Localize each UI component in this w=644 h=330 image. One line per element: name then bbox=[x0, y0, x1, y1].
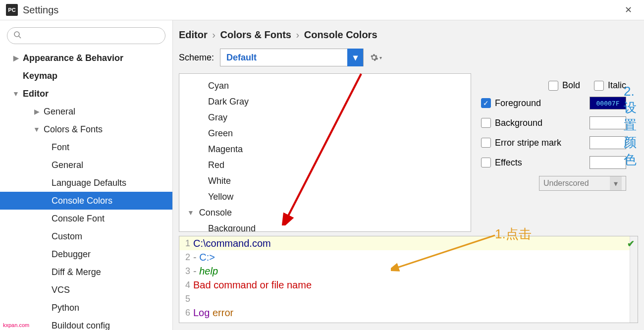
line-number: 2 bbox=[179, 252, 193, 263]
effects-label: Effects bbox=[495, 158, 522, 168]
tree-item[interactable]: ▶Diff & Merge bbox=[0, 263, 172, 281]
effects-select[interactable]: Underscored ▾ bbox=[539, 176, 626, 191]
tree-item-label: Python bbox=[52, 303, 79, 313]
tree-item[interactable]: ▼Editor bbox=[0, 85, 172, 103]
tree-item[interactable]: ▶Debugger bbox=[0, 245, 172, 263]
search-input[interactable] bbox=[24, 32, 159, 40]
chevron-down-icon: ▾ bbox=[379, 55, 382, 60]
tree-item-label: Appearance & Behavior bbox=[23, 53, 123, 63]
line-text: C:\command.com bbox=[193, 238, 271, 249]
bold-checkbox[interactable]: Bold bbox=[548, 80, 580, 91]
tree-item-label: General bbox=[52, 160, 83, 170]
search-input-wrap[interactable] bbox=[7, 27, 165, 44]
tree-item-label: Buildout config bbox=[52, 321, 110, 330]
tree-item[interactable]: ▶Python bbox=[0, 299, 172, 317]
body: ▶Appearance & Behavior▶Keymap▼Editor▶Gen… bbox=[0, 20, 644, 330]
foreground-swatch[interactable]: 00007F bbox=[590, 97, 626, 110]
tree-item-label: General bbox=[44, 107, 75, 117]
checkbox-icon bbox=[594, 81, 604, 91]
tree-item-label: Console Colors bbox=[52, 196, 112, 206]
tree-item[interactable]: ▶Appearance & Behavior bbox=[0, 49, 172, 67]
settings-window: PC Settings ✕ ▶Appearance & Behavior▶Key… bbox=[0, 0, 644, 330]
line-text: Bad command or file name bbox=[193, 279, 312, 291]
titlebar: PC Settings ✕ bbox=[0, 0, 644, 20]
breadcrumb-sep: › bbox=[212, 29, 215, 40]
tree-item[interactable]: ▼Colors & Fonts bbox=[0, 120, 172, 138]
list-item[interactable]: Red bbox=[179, 157, 471, 173]
tree-item[interactable]: ▶Keymap bbox=[0, 67, 172, 85]
scheme-select[interactable]: Default ▾ bbox=[220, 49, 364, 66]
scheme-value: Default bbox=[226, 53, 257, 63]
list-item[interactable]: Yellow bbox=[179, 189, 471, 205]
breadcrumb-1: Editor bbox=[179, 29, 208, 40]
app-icon: PC bbox=[6, 4, 18, 16]
tree-item-label: Font bbox=[52, 142, 69, 153]
close-button[interactable]: ✕ bbox=[618, 0, 638, 20]
chevron-down-icon: ▾ bbox=[610, 176, 622, 190]
tree-item-label: Diff & Merge bbox=[52, 267, 101, 277]
gear-icon[interactable]: ▾ bbox=[370, 53, 382, 62]
foreground-label: Foreground bbox=[495, 98, 541, 109]
chevron-down-icon: ▾ bbox=[347, 49, 363, 66]
list-item[interactable]: Cyan bbox=[179, 78, 471, 94]
tree-item[interactable]: ▶General bbox=[0, 156, 172, 174]
effects-checkbox[interactable]: Effects bbox=[481, 158, 522, 168]
breadcrumb: Editor › Colors & Fonts › Console Colors bbox=[173, 20, 644, 46]
chevron-right-icon: ▶ bbox=[12, 54, 20, 62]
list-item[interactable]: White bbox=[179, 173, 471, 189]
tree-item-label: Debugger bbox=[52, 249, 91, 260]
list-item[interactable]: Background bbox=[179, 220, 471, 232]
chevron-down-icon: ▼ bbox=[12, 90, 20, 98]
checkbox-icon bbox=[481, 158, 491, 167]
tree-item[interactable]: ▶General bbox=[0, 103, 172, 120]
tree-item[interactable]: ▶Language Defaults bbox=[0, 174, 172, 192]
tree-item-label: Custom bbox=[52, 231, 82, 242]
preview-line: 1C:\command.com bbox=[179, 236, 638, 250]
main-panel: Editor › Colors & Fonts › Console Colors… bbox=[172, 20, 644, 330]
tree-item[interactable]: ▶VCS bbox=[0, 281, 172, 299]
checkbox-icon bbox=[548, 81, 558, 91]
errorstripe-swatch[interactable] bbox=[590, 136, 626, 149]
check-icon: ✔ bbox=[627, 238, 635, 249]
errorstripe-checkbox[interactable]: Error stripe mark bbox=[481, 138, 561, 148]
line-text: - C:> bbox=[193, 252, 215, 263]
svg-point-0 bbox=[14, 32, 19, 37]
scrollbar[interactable] bbox=[630, 236, 638, 323]
preview-pane: ✔ 1C:\command.com2- C:>3- help4Bad comma… bbox=[179, 236, 638, 323]
italic-checkbox[interactable]: Italic bbox=[594, 80, 626, 91]
list-item[interactable]: Dark Gray bbox=[179, 94, 471, 110]
tree-item[interactable]: ▶Custom bbox=[0, 227, 172, 245]
effects-swatch[interactable] bbox=[590, 156, 626, 169]
color-list[interactable]: CyanDark GrayGrayGreenMagentaRedWhiteYel… bbox=[179, 73, 471, 232]
italic-label: Italic bbox=[608, 80, 626, 91]
background-swatch[interactable] bbox=[590, 116, 626, 129]
background-checkbox[interactable]: Background bbox=[481, 118, 542, 128]
tree-item-label: Colors & Fonts bbox=[44, 124, 103, 135]
tree-item[interactable]: ▶Console Font bbox=[0, 210, 172, 227]
window-title: Settings bbox=[23, 4, 58, 16]
preview-line: 4Bad command or file name bbox=[179, 278, 638, 292]
line-text: - help bbox=[193, 266, 218, 277]
tree-item[interactable]: ▶Font bbox=[0, 138, 172, 156]
list-item[interactable]: Gray bbox=[179, 110, 471, 125]
preview-line: 5 bbox=[179, 292, 638, 306]
scheme-label: Scheme: bbox=[179, 53, 214, 63]
list-group[interactable]: ▼Console bbox=[179, 205, 471, 220]
tree-item-label: VCS bbox=[52, 285, 70, 295]
effects-value: Underscored bbox=[543, 179, 589, 188]
sidebar: ▶Appearance & Behavior▶Keymap▼Editor▶Gen… bbox=[0, 20, 172, 330]
list-item[interactable]: Magenta bbox=[179, 141, 471, 157]
breadcrumb-sep: › bbox=[296, 29, 299, 40]
background-label: Background bbox=[495, 118, 542, 128]
tree-item[interactable]: ▶Console Colors bbox=[0, 192, 172, 210]
breadcrumb-3: Console Colors bbox=[304, 29, 377, 40]
errorstripe-label: Error stripe mark bbox=[495, 138, 561, 148]
foreground-checkbox[interactable]: ✓ Foreground bbox=[481, 98, 541, 109]
tree-item-label: Language Defaults bbox=[52, 178, 126, 188]
line-number: 4 bbox=[179, 280, 193, 290]
watermark: kxpan.com bbox=[3, 322, 29, 328]
list-item[interactable]: Green bbox=[179, 125, 471, 141]
settings-tree: ▶Appearance & Behavior▶Keymap▼Editor▶Gen… bbox=[0, 49, 172, 330]
line-number: 5 bbox=[179, 294, 193, 304]
preview-line: 2- C:> bbox=[179, 250, 638, 264]
